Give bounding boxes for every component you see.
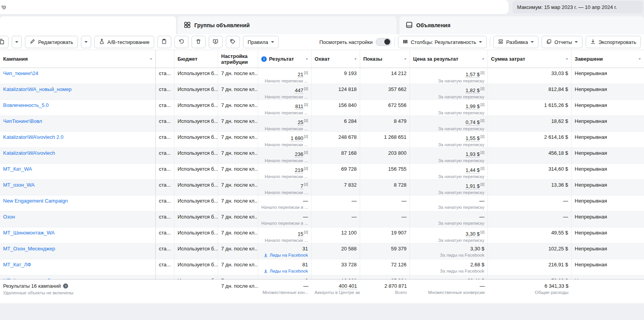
result-value[interactable]: 1 690 — [290, 135, 303, 142]
table-row[interactable]: Katalizator\WA\vovlechста...Используется… — [0, 148, 644, 164]
result-value[interactable]: 21 — [298, 72, 303, 78]
info-icon[interactable]: i — [63, 283, 68, 289]
col-amount-spent[interactable]: Сумма затрат — [488, 50, 572, 68]
edit-button[interactable]: Редактировать — [25, 36, 78, 48]
col-bid[interactable] — [156, 50, 174, 68]
delete-button[interactable] — [192, 36, 206, 48]
col-cost-per-result[interactable]: Цена за результат — [410, 50, 488, 68]
col-ends[interactable]: Завершени — [572, 50, 644, 68]
result-value[interactable]: 15 — [298, 231, 303, 237]
campaign-link[interactable]: New Engagement Campaign — [3, 198, 68, 204]
result-value[interactable]: 25 — [298, 119, 303, 126]
campaign-cell: Katalizator\WA\vovlech 2.0 — [0, 132, 156, 147]
undo-button[interactable] — [174, 36, 188, 48]
campaign-link[interactable]: Katalizator\WA_новый_номер — [3, 86, 72, 92]
table-row[interactable]: Озонста...Используется б...7 дн. после к… — [0, 212, 644, 227]
col-impressions[interactable]: Показы — [360, 50, 410, 68]
result-type-link[interactable]: Лиды на Facebook — [261, 253, 308, 258]
date-range-label: Максимум: 15 мар 2023 г. — 10 апр 2024 г… — [517, 4, 617, 10]
ends-cell: Непрерывная — [572, 68, 644, 84]
cpr-value[interactable]: 1,91 $ — [466, 183, 480, 189]
search-input[interactable]: тр — [0, 0, 509, 14]
table-row[interactable]: МТ_Озон_Месенджерста...Используется б...… — [0, 243, 644, 259]
cpr-value[interactable]: 1,99 $ — [466, 103, 480, 110]
export-button[interactable]: Экспортировать — [586, 36, 641, 48]
campaign-link[interactable]: Чип_тюнинг\24 — [3, 70, 38, 76]
table-row[interactable]: Katalizator\WA\vovlech 2.0ста...Использу… — [0, 132, 644, 148]
reports-button[interactable]: Отчеты — [542, 36, 582, 48]
campaign-link[interactable]: МТ_Озон_Месенджер — [3, 246, 55, 252]
result-value[interactable]: 7 — [301, 183, 303, 189]
tab-ad-sets[interactable]: Группы объявлений — [178, 16, 396, 34]
ab-test-button[interactable]: A/B-тестирование — [94, 36, 154, 48]
campaign-link[interactable]: МТ_Кат_ЛФ — [3, 262, 31, 268]
result-value[interactable]: 811 — [295, 103, 303, 110]
cpr-value[interactable]: 1,55 $ — [466, 135, 480, 142]
tab-ads[interactable]: Объявления — [399, 16, 644, 34]
duplicate-button[interactable] — [0, 36, 9, 48]
breakdown-button[interactable]: Разбивка — [493, 36, 538, 48]
columns-label: Столбцы: Результативность — [411, 39, 476, 45]
rules-button[interactable]: Правила — [243, 36, 279, 48]
tag-button[interactable] — [226, 36, 240, 48]
tab-campaigns[interactable] — [0, 16, 176, 34]
clipboard-button[interactable] — [157, 36, 171, 48]
table-row[interactable]: Katalizator\WA_новый_номерста...Использу… — [0, 84, 644, 100]
campaign-link[interactable]: Katalizator\WA\vovlech 2.0 — [3, 134, 63, 140]
bid-cell: ста... — [156, 68, 174, 84]
result-value[interactable]: 447 — [295, 87, 303, 94]
campaign-link[interactable]: МТ_озон_WA — [3, 182, 35, 188]
table-row[interactable]: Вовлеченность_5.0ста...Используется б...… — [0, 100, 644, 116]
table-row[interactable]: МТ_Шиномонтаж_WAста...Используется б...7… — [0, 227, 644, 243]
table-row[interactable]: Чип_тюнинг\24ста...Используется б...7 дн… — [0, 68, 644, 84]
table-row[interactable]: МТ_озон_WAста...Используется б...7 дн. п… — [0, 180, 644, 196]
result-cell: —Начало переписки в ... — [258, 196, 311, 211]
cpr-value[interactable]: 3,30 $ — [466, 231, 480, 237]
budget-cell: Используется б... — [174, 275, 218, 279]
campaign-link[interactable]: Озон — [3, 214, 15, 220]
table-row[interactable]: New Engagement Campaignста...Используетс… — [0, 196, 644, 212]
breakdown-label: Разбивка — [506, 39, 528, 45]
campaign-link[interactable]: МТ_Шиномонтаж_WA — [3, 230, 55, 236]
reach-total-value[interactable]: 400 401 — [339, 283, 357, 289]
col-result[interactable]: i Результат — [258, 50, 311, 68]
cpr-value[interactable]: 1,93 $ — [466, 151, 480, 157]
cpr-value[interactable]: 0,74 $ — [466, 119, 480, 126]
result-value[interactable]: 236 — [295, 151, 303, 157]
cpr-value[interactable]: 1,44 $ — [466, 167, 480, 173]
campaign-link[interactable]: ЧипТюнинг\Вовл — [3, 118, 42, 124]
campaign-link[interactable]: МТ_Кат_WA — [3, 166, 32, 172]
cpr-cell: 1,93 $[2]За начатую переписку — [410, 148, 488, 163]
col-reach[interactable]: Охват — [311, 50, 360, 68]
campaign-cell: Вовлеченность_5.0 — [0, 100, 156, 115]
result-type-label: Начало переписки ... — [261, 158, 308, 163]
columns-button[interactable]: Столбцы: Результативность — [398, 36, 487, 48]
campaign-link[interactable]: Вовлеченность_5.0 — [3, 102, 49, 108]
col-budget[interactable]: Бюджет — [174, 50, 218, 68]
view-settings-toggle[interactable] — [376, 38, 391, 46]
col-attribution[interactable]: Настройка атрибуции — [218, 50, 258, 68]
result-value[interactable]: 219 — [295, 167, 303, 173]
table-row[interactable]: МТ_Кат_WAста...Используется б...7 дн. по… — [0, 164, 644, 180]
chevron-down-icon — [15, 41, 18, 43]
campaign-link[interactable]: Katalizator\WA\vovlech — [3, 150, 55, 156]
date-range-picker[interactable]: Максимум: 15 мар 2023 г. — 10 апр 2024 г… — [512, 1, 643, 13]
duplicate-menu-button[interactable] — [12, 36, 22, 48]
cpr-value[interactable]: 1,82 $ — [466, 87, 480, 94]
reports-label: Отчеты — [554, 39, 572, 45]
edit-menu-button[interactable] — [81, 36, 91, 48]
table-row[interactable]: МТ_Кат_в директ_Лидыста...Используется б… — [0, 275, 644, 279]
footer-cpr-cell: — Множественные конверсии — [410, 280, 488, 303]
table-row[interactable]: ЧипТюнинг\Вовлста...Используется б...7 д… — [0, 116, 644, 132]
result-cell: 15[2]Начало переписки ... — [258, 227, 311, 243]
cpr-value[interactable]: 1,57 $ — [466, 72, 480, 78]
result-value: 81 — [303, 262, 308, 268]
preview-button[interactable] — [209, 36, 223, 48]
cpr-value: 3,30 $ — [470, 246, 484, 252]
result-value: — — [303, 198, 308, 204]
result-type-link[interactable]: Лиды на Facebook — [261, 269, 308, 274]
impressions-cell: 357 662 — [360, 84, 410, 100]
table-row[interactable]: МТ_Кат_ЛФста...Используется б...7 дн. по… — [0, 259, 644, 275]
ends-cell: Непрерывная — [572, 84, 644, 100]
col-campaign[interactable]: Кампания — [0, 50, 156, 68]
